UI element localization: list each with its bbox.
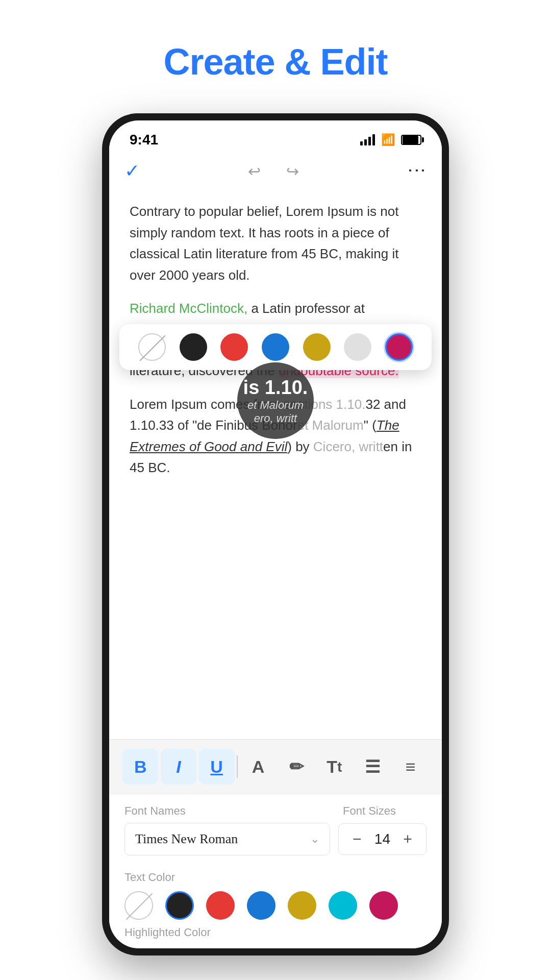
bold-button[interactable]: B: [122, 749, 158, 785]
tooltip-sub-text: ero, writt: [254, 412, 297, 425]
text-size-button[interactable]: Tt: [316, 749, 352, 785]
font-name-value: Times New Roman: [135, 831, 238, 847]
color-swatch-red[interactable]: [220, 333, 248, 361]
battery-icon: [401, 135, 421, 145]
tooltip-label-text: et Malorum: [247, 399, 304, 412]
text-color-panel: Text Color Highlighted Color: [109, 866, 442, 948]
phone-screen: 9:41 📶 ✓ ↩ ↪ ⋮: [109, 120, 442, 948]
font-size-increase-button[interactable]: +: [398, 830, 417, 848]
author-name: Richard McClintock,: [130, 301, 247, 316]
top-toolbar: ✓ ↩ ↪ ⋮: [109, 153, 442, 189]
check-button[interactable]: ✓: [124, 160, 140, 182]
font-names-label: Font Names: [124, 804, 186, 818]
text-color-swatch-none[interactable]: [124, 891, 153, 920]
more-options-button[interactable]: ⋮: [406, 161, 428, 181]
font-color-button[interactable]: A: [240, 749, 276, 785]
font-name-select[interactable]: Times New Roman ⌄: [124, 823, 330, 855]
doc-paragraph-2: Richard McClintock, a Latin professor at: [130, 298, 421, 320]
align-button[interactable]: ≡: [393, 749, 429, 785]
panel-labels-row: Font Names Font Sizes: [124, 804, 427, 818]
page-title: Create & Edit: [163, 41, 387, 83]
text-color-swatches: [124, 891, 427, 920]
underline-button[interactable]: U: [199, 749, 235, 785]
color-swatch-none[interactable]: [138, 333, 166, 361]
text-color-label: Text Color: [124, 871, 427, 884]
highlight-button[interactable]: ✏: [279, 749, 314, 785]
font-size-control: − 14 +: [338, 823, 427, 855]
text-color-swatch-red[interactable]: [206, 891, 235, 920]
redo-button[interactable]: ↪: [286, 162, 299, 180]
color-swatch-magenta[interactable]: [385, 333, 413, 361]
color-swatch-black[interactable]: [180, 333, 207, 361]
font-panel: Font Names Font Sizes Times New Roman ⌄ …: [109, 794, 442, 866]
text-color-swatch-black[interactable]: [165, 891, 194, 920]
phone-mockup: 9:41 📶 ✓ ↩ ↪ ⋮: [102, 113, 449, 955]
signal-icon: [360, 134, 375, 145]
list-button[interactable]: ☰: [355, 749, 390, 785]
font-size-value: 14: [374, 831, 390, 847]
text-color-swatch-magenta[interactable]: [369, 891, 398, 920]
status-icons: 📶: [360, 133, 421, 146]
status-bar: 9:41 📶: [109, 120, 442, 153]
color-swatch-lightgray[interactable]: [344, 333, 371, 361]
color-swatch-blue[interactable]: [262, 333, 289, 361]
font-sizes-label: Font Sizes: [343, 804, 396, 818]
doc-paragraph-1: Contrary to popular belief, Lorem Ipsum …: [130, 201, 421, 286]
highlighted-color-label: Highlighted Color: [124, 926, 427, 939]
font-size-tooltip: is 1.10. et Malorum ero, writt: [237, 362, 314, 439]
wifi-icon: 📶: [381, 133, 395, 146]
font-controls-row: Times New Roman ⌄ − 14 +: [124, 823, 427, 855]
color-swatch-gold[interactable]: [303, 333, 331, 361]
italic-button[interactable]: I: [161, 749, 196, 785]
text-color-swatch-gold[interactable]: [288, 891, 316, 920]
chevron-down-icon: ⌄: [310, 832, 319, 846]
format-toolbar: B I U A ✏ Tt ☰ ≡: [109, 739, 442, 794]
author-suffix: a Latin professor at: [251, 301, 365, 316]
status-time: 9:41: [130, 132, 158, 148]
undo-button[interactable]: ↩: [248, 162, 261, 180]
document-content: Contrary to popular belief, Lorem Ipsum …: [109, 189, 442, 739]
toolbar-divider-1: [237, 755, 238, 778]
text-color-swatch-teal[interactable]: [329, 891, 357, 920]
toolbar-nav: ↩ ↪: [248, 162, 299, 180]
text-color-swatch-blue[interactable]: [247, 891, 276, 920]
font-size-decrease-button[interactable]: −: [348, 830, 366, 848]
tooltip-size-text: is 1.10.: [243, 377, 308, 399]
